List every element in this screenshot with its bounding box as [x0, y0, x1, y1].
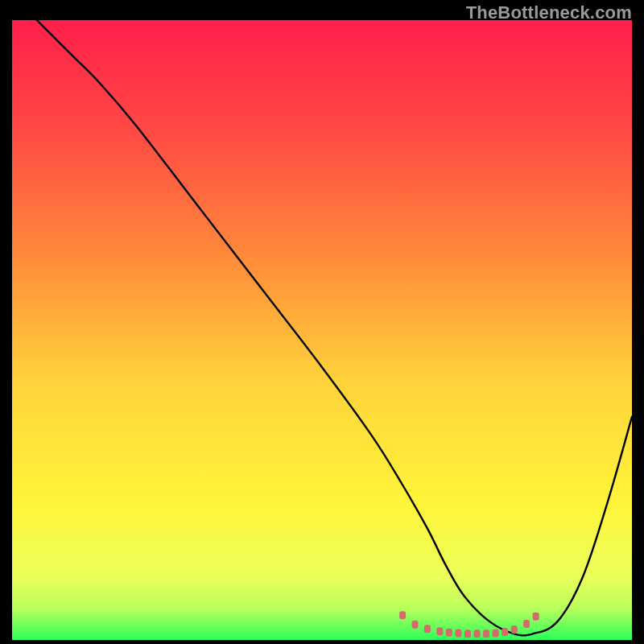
- valley-marker: [533, 613, 539, 621]
- valley-marker: [412, 621, 419, 629]
- valley-marker: [436, 627, 443, 635]
- valley-marker: [455, 630, 461, 638]
- valley-marker: [464, 630, 471, 638]
- valley-marker: [502, 628, 508, 636]
- valley-marker: [493, 630, 499, 638]
- chart-frame: [12, 20, 632, 640]
- chart-background: [12, 20, 632, 640]
- valley-marker: [399, 611, 406, 619]
- valley-marker: [424, 625, 431, 633]
- valley-marker: [474, 630, 481, 638]
- valley-marker: [446, 629, 452, 637]
- valley-marker: [511, 625, 518, 634]
- valley-marker: [483, 630, 489, 638]
- bottleneck-chart: [12, 20, 632, 640]
- valley-marker: [523, 620, 530, 628]
